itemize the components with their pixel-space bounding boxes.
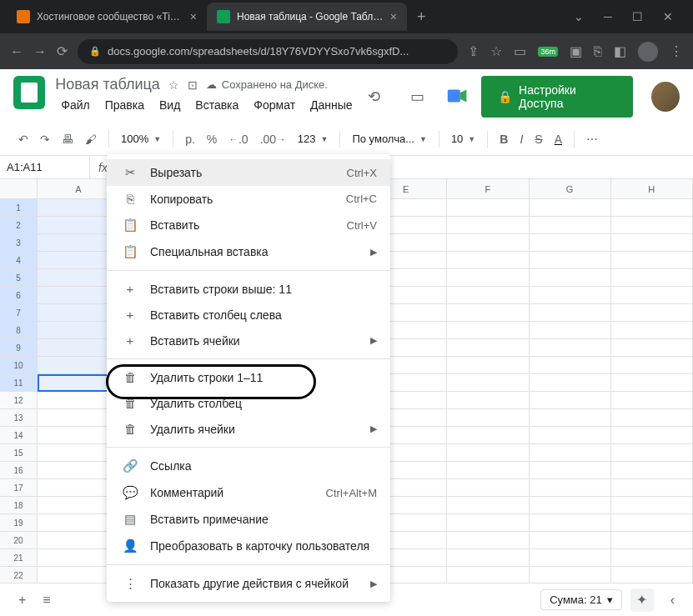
cell[interactable] (447, 479, 529, 497)
cell[interactable] (611, 339, 693, 357)
redo-button[interactable]: ↷ (35, 129, 55, 149)
doc-title[interactable]: Новая таблица (55, 76, 160, 93)
number-format-select[interactable]: 123▼ (293, 129, 334, 148)
cell[interactable] (530, 304, 611, 322)
row-header[interactable]: 14 (0, 427, 38, 444)
row-header[interactable]: 18 (0, 497, 38, 514)
cell[interactable] (611, 532, 693, 549)
fontsize-select[interactable]: 10▼ (446, 129, 480, 148)
cell[interactable] (530, 252, 611, 269)
percent-button[interactable]: % (202, 129, 222, 149)
maximize-icon[interactable]: ☐ (632, 10, 643, 23)
cell-reference[interactable]: A1:A11 (0, 156, 90, 178)
increase-decimal-button[interactable]: .00→ (255, 129, 291, 149)
italic-button[interactable]: I (515, 129, 528, 149)
row-header[interactable]: 20 (0, 532, 38, 549)
cell[interactable] (530, 287, 611, 304)
menu-insert[interactable]: Вставка (189, 95, 244, 115)
col-header-f[interactable]: F (447, 179, 529, 198)
col-header-h[interactable]: H (611, 179, 693, 198)
move-icon[interactable]: ⊡ (188, 78, 198, 92)
row-header[interactable]: 17 (0, 479, 38, 497)
chevron-left-icon[interactable]: ‹ (662, 588, 683, 613)
text-color-button[interactable]: A (550, 129, 567, 149)
cell[interactable] (611, 322, 693, 339)
cell[interactable] (447, 514, 529, 532)
ctx-cut[interactable]: ✂ Вырезать Ctrl+X (107, 159, 390, 186)
row-header[interactable]: 22 (0, 567, 38, 584)
ctx-delete-cells[interactable]: 🗑 Удалить ячейки ▶ (107, 416, 390, 442)
more-toolbar-button[interactable]: ⋯ (581, 129, 603, 149)
history-icon[interactable]: ⟲ (359, 80, 390, 113)
cell[interactable] (447, 252, 529, 269)
menu-edit[interactable]: Правка (99, 95, 150, 115)
cell[interactable] (447, 497, 529, 514)
ctx-insert-cells[interactable]: + Вставить ячейки ▶ (107, 328, 390, 353)
cell[interactable] (447, 199, 529, 217)
cell[interactable] (611, 462, 693, 479)
cell[interactable] (447, 409, 529, 427)
cell[interactable] (447, 287, 529, 304)
cell[interactable] (530, 427, 611, 444)
cell[interactable] (447, 234, 529, 252)
save-status[interactable]: ☁ Сохранено на Диске. (206, 78, 328, 92)
close-icon[interactable]: × (390, 10, 397, 23)
select-all-corner[interactable] (0, 179, 38, 198)
cell[interactable] (530, 479, 611, 497)
row-header[interactable]: 16 (0, 462, 38, 479)
ctx-more-actions[interactable]: ⋮ Показать другие действия с ячейкой ▶ (107, 570, 390, 597)
font-select[interactable]: По умолча...▼ (347, 129, 431, 148)
ctx-link[interactable]: 🔗 Ссылка (107, 453, 390, 479)
cell[interactable] (530, 339, 611, 357)
cell[interactable] (530, 392, 611, 409)
share-icon[interactable]: ⇪ (468, 43, 479, 59)
cell[interactable] (530, 374, 611, 392)
row-header[interactable]: 21 (0, 549, 38, 567)
col-header-g[interactable]: G (530, 179, 611, 198)
ext-icon-3[interactable]: ◧ (614, 43, 626, 59)
cell[interactable] (530, 514, 611, 532)
ctx-paste-special[interactable]: 📋 Специальная вставка ▶ (107, 238, 390, 265)
bold-button[interactable]: B (495, 129, 513, 149)
cell[interactable] (447, 427, 529, 444)
meet-icon[interactable] (444, 83, 470, 110)
cell[interactable] (611, 217, 693, 234)
row-header[interactable]: 2 (0, 217, 38, 234)
cell[interactable] (530, 217, 611, 234)
cell[interactable] (611, 357, 693, 374)
star-icon[interactable]: ☆ (490, 43, 502, 59)
zoom-select[interactable]: 100%▼ (116, 129, 166, 148)
ctx-comment[interactable]: 💬 Комментарий Ctrl+Alt+M (107, 479, 390, 506)
ctx-delete-col[interactable]: 🗑 Удалить столбец (107, 390, 390, 416)
cell[interactable] (611, 444, 693, 462)
cell[interactable] (447, 462, 529, 479)
new-tab-button[interactable]: + (407, 8, 436, 26)
cell[interactable] (447, 339, 529, 357)
menu-format[interactable]: Формат (248, 95, 301, 115)
cell[interactable] (611, 199, 693, 217)
ctx-insert-rows[interactable]: + Вставить строки выше: 11 (107, 276, 390, 302)
cell[interactable] (530, 549, 611, 567)
cell[interactable] (530, 234, 611, 252)
cell[interactable] (530, 497, 611, 514)
row-header[interactable]: 10 (0, 357, 38, 374)
cell[interactable] (447, 444, 529, 462)
cell[interactable] (447, 374, 529, 392)
cast-icon[interactable]: ▣ (570, 43, 582, 59)
minimize-icon[interactable]: ─ (604, 10, 612, 23)
ctx-delete-rows[interactable]: 🗑 Удалить строки 1–11 (107, 364, 390, 390)
row-header[interactable]: 4 (0, 252, 38, 269)
menu-view[interactable]: Вид (153, 95, 186, 115)
cell[interactable] (530, 532, 611, 549)
cell[interactable] (611, 479, 693, 497)
cell[interactable] (530, 357, 611, 374)
cell[interactable] (530, 567, 611, 584)
cell[interactable] (611, 374, 693, 392)
sheets-logo[interactable] (13, 76, 45, 109)
star-icon[interactable]: ☆ (168, 78, 179, 92)
cell[interactable] (530, 199, 611, 217)
ext-badge[interactable]: 36m (538, 47, 558, 57)
currency-button[interactable]: р. (180, 129, 200, 149)
cell[interactable] (530, 409, 611, 427)
chevron-down-icon[interactable]: ⌄ (574, 10, 584, 23)
